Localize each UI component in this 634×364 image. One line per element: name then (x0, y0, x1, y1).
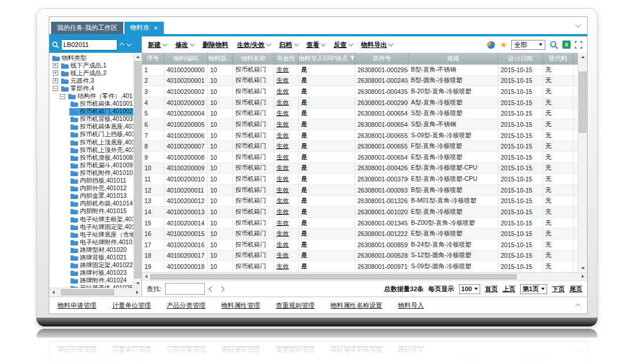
column-header[interactable]: 物料版... (208, 53, 233, 65)
table-row[interactable]: 134010020001210投币机箱门生效是26308001-0013266B… (142, 196, 578, 207)
column-header[interactable]: 规格 (409, 53, 498, 65)
scrollbar-thumb[interactable] (134, 61, 141, 278)
filter-icon[interactable] (350, 55, 355, 62)
footer-link[interactable]: 查重规则管理 (276, 301, 315, 310)
table-row[interactable]: 94010020000810投币机箱门生效是26308001-0006549E型… (142, 152, 578, 163)
tree-item[interactable]: 路牌附件,401024 (69, 277, 134, 285)
table-row[interactable]: 74010020000610投币机箱门生效是26308001-0006553S-… (142, 130, 578, 141)
table-row[interactable]: 194010020001810投币机箱门生效是26308001-0009716S… (142, 261, 578, 272)
tree-vertical-scrollbar[interactable] (133, 53, 141, 288)
scope-select[interactable]: 全部 (511, 40, 545, 50)
table-row[interactable]: 64010020000510投币机箱门生效是26308001-0006546S型… (142, 119, 578, 130)
column-header[interactable]: 原件号 (355, 53, 409, 65)
table-horizontal-scrollbar[interactable] (142, 272, 587, 281)
tree-item[interactable]: −零部件,4 (53, 85, 134, 92)
scroll-right-icon[interactable] (579, 273, 587, 280)
toolbar-button[interactable]: 生效/失效 (237, 41, 271, 49)
toolbar-button[interactable]: 归档 (279, 41, 298, 49)
find-input[interactable] (165, 283, 205, 295)
tree-root-item[interactable]: 物料类型 (51, 54, 134, 62)
toolbar-button[interactable]: 物料导出 (361, 41, 393, 49)
table-row[interactable]: 84010020000710投币机箱门生效是26308001-0006552F型… (142, 141, 578, 152)
scroll-up-icon[interactable] (578, 53, 587, 60)
table-row[interactable]: 184010020001710投币机箱门生效是26308001-0005288S… (142, 251, 578, 262)
first-page-button[interactable]: 首页 (485, 285, 498, 294)
scroll-left-icon[interactable] (142, 273, 150, 280)
pie-chart-icon[interactable] (487, 41, 495, 49)
tree-item[interactable]: +元器件,3 (53, 77, 134, 85)
page-select[interactable]: 第1页 (520, 284, 547, 294)
tree-item[interactable]: 投币机背板,401003 (69, 116, 134, 123)
footer-link[interactable]: 物料导入 (398, 301, 424, 310)
column-header[interactable]: 设计日期 (498, 53, 543, 65)
tree-item[interactable]: 内胆附件,401015 (69, 208, 134, 215)
collapse-icon[interactable]: − (60, 94, 65, 99)
table-row[interactable]: 24010020000110投币机箱门生效是26308001-0002404B型… (142, 76, 578, 87)
toolbar-button[interactable]: 查看 (306, 41, 325, 49)
tree-horizontal-scrollbar[interactable] (49, 288, 141, 296)
close-icon[interactable]: × (154, 25, 158, 32)
tree-item[interactable]: 路牌型材,401020 (69, 246, 134, 254)
tree-item[interactable]: 电子站牌底座（含地 (69, 231, 134, 238)
tree-item[interactable]: 内胆外壳,401012 (69, 185, 134, 193)
column-header[interactable]: 物料名称 (233, 53, 274, 65)
footer-link[interactable]: 物料属性名称设置 (331, 301, 382, 310)
toolbar-button[interactable]: 修改 (176, 41, 194, 49)
scroll-right-icon[interactable] (134, 288, 141, 296)
tree-item[interactable]: 内胆盒罩,401013 (69, 193, 134, 200)
find-prev-icon[interactable] (209, 286, 215, 292)
table-row[interactable]: 104010020000910投币机箱门生效是26308001-0004265E… (142, 163, 578, 174)
scroll-left-icon[interactable] (49, 288, 57, 296)
next-page-button[interactable]: 下页 (552, 285, 565, 294)
footer-link[interactable]: 计量单位管理 (112, 301, 151, 310)
tree-item[interactable]: 电子站牌固定架,4010 (69, 223, 134, 231)
tree-item[interactable]: 投币机箱门,401002 (69, 108, 134, 116)
expand-icon[interactable]: + (53, 78, 58, 83)
tree-search-input[interactable] (61, 39, 117, 50)
chevron-up-icon[interactable] (575, 303, 581, 309)
tree-item[interactable]: 内胆机布袋,401014 (69, 200, 134, 208)
toolbar-button[interactable]: 新建 (148, 41, 167, 49)
collapse-icon[interactable]: − (53, 86, 58, 91)
tree-item[interactable]: 路牌衬板,401023 (69, 269, 134, 277)
tree-item[interactable]: 投币机箱体,401001 (69, 100, 134, 108)
expand-icon[interactable]: + (53, 70, 58, 76)
tree-item[interactable]: 投币机箱体底座,4010 (69, 123, 134, 131)
excel-export-icon[interactable]: X (562, 41, 571, 49)
search-icon[interactable] (549, 41, 558, 49)
tree-item[interactable]: 投币机上顶底座,4010 (69, 139, 134, 146)
toolbar-button[interactable]: 删除物料 (203, 41, 228, 49)
tree-item[interactable]: 投币机附件,401010 (69, 169, 134, 177)
column-header[interactable]: 有效性 (274, 53, 299, 65)
toolbar-button[interactable]: 反查 (334, 41, 353, 49)
column-header[interactable]: 序号 (142, 53, 164, 65)
tree-item[interactable]: +线下产成品,1 (53, 62, 134, 69)
column-header[interactable]: 物料编码 (164, 53, 208, 65)
tree-item[interactable]: −结构件（零件）,401 (60, 92, 134, 100)
table-row[interactable]: 54010020000410投币机箱门生效是26308001-0006547S型… (142, 109, 578, 120)
expand-icon[interactable]: + (53, 63, 58, 68)
chevron-up-icon[interactable] (120, 43, 124, 48)
last-page-button[interactable]: 尾页 (569, 285, 582, 294)
table-row[interactable]: 44010020000310投币机箱门生效是26308001-0002900A型… (142, 97, 578, 109)
tree-item[interactable]: 路牌固定架,401022 (69, 262, 134, 269)
column-header[interactable]: 物料导入ERP状态 (299, 53, 355, 65)
footer-link[interactable]: 产品分类管理 (167, 301, 205, 310)
scrollbar-thumb[interactable] (150, 274, 517, 279)
tab-my-workspace[interactable]: 我的任务-我的工作区 (51, 22, 123, 34)
table-row[interactable]: 154010020001410投币机箱门生效是26308001-0013453B… (142, 218, 578, 229)
table-row[interactable]: 174010020001610投币机箱门生效是26308001-0008599B… (142, 240, 578, 251)
tree-item[interactable]: 电子站牌主框架,4010 (69, 215, 134, 223)
table-row[interactable]: 14010020000010投币机箱门生效是26308001-0002958B型… (142, 65, 578, 76)
table-row[interactable]: 144010020001310投币机箱门生效是26308001-0010205E… (142, 207, 578, 218)
chevron-down-icon[interactable] (575, 22, 581, 28)
scrollbar-thumb[interactable] (579, 72, 586, 133)
tab-material-library[interactable]: 物料库 × (124, 22, 164, 34)
per-page-select[interactable]: 100 (459, 284, 480, 294)
tree-item[interactable]: 内胆挡板,401011 (69, 177, 134, 185)
expand-icon[interactable] (575, 41, 582, 49)
scrollbar-thumb[interactable] (61, 289, 114, 295)
scroll-down-icon[interactable] (578, 265, 587, 272)
tree-item[interactable]: 电子站牌附件,401019 (69, 238, 134, 246)
column-header[interactable]: 替代料 (543, 53, 574, 65)
